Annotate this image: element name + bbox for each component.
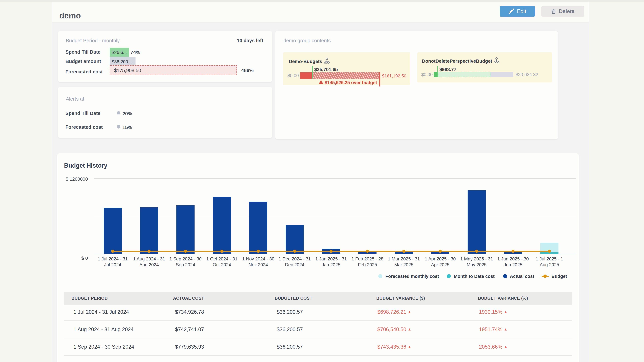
svg-text:1 Dec 2024 - 31Dec 2024: 1 Dec 2024 - 31Dec 2024: [278, 256, 311, 267]
svg-text:1 Jul 2025 - 1Aug 2025: 1 Jul 2025 - 1Aug 2025: [536, 256, 563, 267]
svg-text:1 Nov 2024 - 30Nov 2024: 1 Nov 2024 - 30Nov 2024: [242, 256, 274, 267]
svg-text:$ 0: $ 0: [81, 256, 88, 261]
svg-text:$ 1200000: $ 1200000: [66, 176, 88, 182]
svg-text:1 Sep 2024 - 30Sep 2024: 1 Sep 2024 - 30Sep 2024: [170, 256, 202, 267]
svg-text:1 Apr 2025 - 30Apr 2025: 1 Apr 2025 - 30Apr 2025: [425, 256, 456, 267]
svg-text:1 May 2025 - 31May 2025: 1 May 2025 - 31May 2025: [460, 256, 493, 267]
svg-text:1 Aug 2024 - 31Aug 2024: 1 Aug 2024 - 31Aug 2024: [133, 256, 165, 267]
svg-text:1 Mar 2025 - 31Mar 2025: 1 Mar 2025 - 31Mar 2025: [388, 256, 420, 267]
svg-text:1 Jun 2025 - 30Jun 2025: 1 Jun 2025 - 30Jun 2025: [497, 256, 529, 267]
svg-text:1 Oct 2024 - 31Oct 2024: 1 Oct 2024 - 31Oct 2024: [206, 256, 238, 267]
svg-text:1 Jul 2024 - 31Jul 2024: 1 Jul 2024 - 31Jul 2024: [98, 256, 128, 267]
svg-text:1 Jan 2025 - 31Jan 2025: 1 Jan 2025 - 31Jan 2025: [315, 256, 347, 267]
svg-text:1 Feb 2025 - 28Feb 2025: 1 Feb 2025 - 28Feb 2025: [352, 256, 384, 267]
